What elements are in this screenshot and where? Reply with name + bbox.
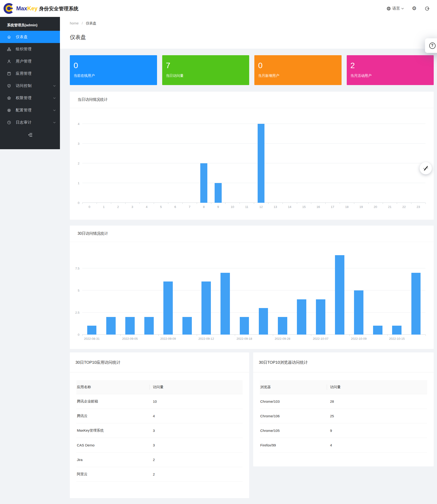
- x-axis-tick-mark: [211, 203, 211, 204]
- y-axis-tick-label: 0: [70, 333, 79, 337]
- stat-card-1: 7当日访问量: [162, 55, 249, 85]
- sidebar-item-label: 访问控制: [16, 83, 32, 88]
- cell-count: 25: [330, 414, 334, 418]
- x-axis-tick-label: 20: [374, 205, 377, 209]
- cell-name: CAS Demo: [76, 443, 95, 447]
- x-axis-tick-mark: [82, 335, 82, 336]
- table-row: Chrome/1059: [260, 423, 427, 438]
- stat-value: 0: [74, 61, 157, 69]
- x-axis-tick-mark: [426, 335, 426, 336]
- stat-label: 当前在线用户: [74, 74, 157, 78]
- x-axis-tick-mark: [82, 203, 82, 204]
- settings-button[interactable]: ⚙: [412, 6, 417, 11]
- table-header-row: 应用名称访问量: [76, 380, 243, 394]
- x-axis-tick-mark: [311, 203, 311, 204]
- 30day-visits-bar-chart: 02.557.52022-08-312022-09-052022-09-0920…: [82, 250, 426, 335]
- sidebar-item-label: 配置管理: [16, 108, 32, 113]
- language-menu[interactable]: 语言: [387, 6, 404, 11]
- x-axis-tick-mark: [197, 203, 197, 204]
- menu-fold-icon[interactable]: [28, 132, 33, 137]
- cell-name: MaxKey管理系统: [76, 428, 104, 433]
- column-header: 应用名称: [76, 385, 91, 389]
- x-axis-tick-mark: [225, 203, 225, 204]
- bar: [258, 124, 265, 203]
- breadcrumb-home-link[interactable]: home: [70, 21, 79, 25]
- sidebar-item-org[interactable]: 组织管理: [0, 43, 60, 55]
- table-row: 腾讯企业邮箱10: [76, 394, 243, 409]
- table-row: 阿里云2: [76, 467, 243, 482]
- help-fab-button[interactable]: ?: [425, 38, 437, 53]
- cell-count: 28: [330, 399, 334, 403]
- page-title: 仪表盘: [70, 34, 86, 41]
- sidebar-item-access[interactable]: 访问控制: [0, 80, 60, 92]
- stat-label: 当月新增用户: [258, 74, 342, 78]
- x-axis-tick-label: 2022-09-28: [275, 337, 290, 340]
- x-axis-tick-mark: [349, 335, 349, 336]
- sidebar-item-apps[interactable]: 应用管理: [0, 68, 60, 80]
- gridline: [82, 183, 426, 183]
- chevron-down-icon: [53, 109, 56, 111]
- x-axis-tick-mark: [340, 203, 340, 204]
- cell-count: 10: [153, 399, 157, 403]
- chevron-down-icon: [53, 122, 56, 123]
- brand-title: MaxKey身份安全管理系统: [16, 5, 79, 12]
- y-axis-tick-label: 7.5: [70, 267, 79, 270]
- column-header: 访问量: [153, 385, 163, 389]
- cell-count: 2: [153, 458, 155, 462]
- x-axis-tick-label: 17: [331, 205, 334, 209]
- content-top-band: [60, 17, 437, 49]
- daily-visits-bar-chart: 0123401234567891011121314151617181920212…: [82, 124, 426, 203]
- cell-name: Firefox/99: [260, 443, 276, 447]
- question-circle-icon: ?: [429, 43, 436, 49]
- chevron-down-icon: [53, 97, 56, 99]
- x-axis-tick-label: 10: [231, 205, 234, 209]
- table-row: Chrome/10625: [260, 409, 427, 423]
- sidebar-item-dashboard[interactable]: 仪表盘: [0, 31, 60, 43]
- x-axis-tick-mark: [168, 203, 168, 204]
- x-axis-tick-label: 2022-09-09: [160, 337, 176, 340]
- table-title-apps: 30日TOP10应用访问统计: [70, 352, 249, 372]
- bar: [200, 163, 207, 203]
- table-row: 腾讯云4: [76, 409, 243, 423]
- sidebar-item-label: 用户管理: [16, 59, 32, 64]
- x-axis-tick-label: 7: [189, 205, 190, 209]
- sidebar-item-users[interactable]: 用户管理: [0, 55, 60, 68]
- stat-card-2: 0当月新增用户: [254, 55, 342, 85]
- bar: [316, 299, 325, 335]
- logout-button[interactable]: [425, 6, 429, 11]
- chevron-down-icon: [401, 8, 404, 10]
- maxkey-logo-icon: [3, 3, 14, 14]
- breadcrumb: home / 仪表盘: [70, 21, 96, 26]
- sidebar-item-label: 仪表盘: [16, 35, 28, 39]
- table-row: MaxKey管理系统3: [76, 423, 243, 438]
- gridline: [82, 163, 426, 163]
- cell-name: Chrome/105: [260, 429, 280, 433]
- brand-key: Key: [27, 5, 38, 11]
- breadcrumb-current: 仪表盘: [86, 21, 96, 25]
- x-axis-tick-mark: [139, 203, 140, 204]
- x-axis-tick-mark: [411, 203, 411, 204]
- bar: [240, 317, 249, 335]
- sidebar-item-config[interactable]: 配置管理: [0, 104, 60, 116]
- logout-icon: [425, 6, 429, 11]
- sidebar-item-audit[interactable]: 日志审计: [0, 116, 60, 128]
- x-axis-tick-mark: [397, 203, 397, 204]
- sidebar-item-perms[interactable]: 权限管理: [0, 92, 60, 104]
- x-axis-tick-mark: [254, 203, 254, 204]
- x-axis-tick-mark: [383, 203, 383, 204]
- x-axis-tick-label: 8: [203, 205, 205, 209]
- cell-count: 4: [330, 443, 332, 447]
- chevron-down-icon: [53, 85, 56, 87]
- bar: [259, 308, 268, 335]
- gridline: [82, 312, 426, 312]
- x-axis-tick-label: 2022-10-15: [389, 337, 405, 340]
- x-axis-tick-mark: [239, 203, 240, 204]
- gear-icon: [7, 108, 11, 112]
- bar: [411, 273, 421, 335]
- app-header: MaxKey身份安全管理系统 语言 ⚙: [0, 0, 437, 17]
- cell-name: 腾讯云: [76, 414, 88, 418]
- theme-wand-fab-button[interactable]: [420, 162, 432, 174]
- x-axis-tick-label: 2022-09-18: [237, 337, 252, 340]
- x-axis-tick-label: 2022-10-09: [351, 337, 367, 340]
- x-axis-tick-mark: [111, 203, 111, 204]
